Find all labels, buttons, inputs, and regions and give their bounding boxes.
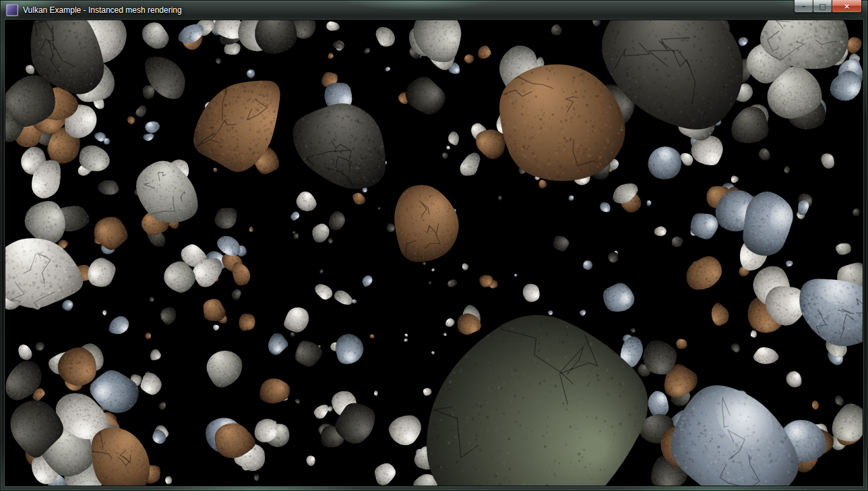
maximize-button[interactable]: □ <box>813 0 832 13</box>
window-title: Vulkan Example - Instanced mesh renderin… <box>23 5 182 15</box>
app-window: Vulkan Example - Instanced mesh renderin… <box>0 0 868 491</box>
app-icon <box>6 4 18 16</box>
viewport-container <box>5 20 863 486</box>
close-button[interactable]: × <box>832 0 862 13</box>
title-bar[interactable]: Vulkan Example - Instanced mesh renderin… <box>0 0 868 20</box>
window-controls: – □ × <box>795 0 862 13</box>
render-viewport[interactable] <box>5 20 863 486</box>
minimize-button[interactable]: – <box>794 0 813 13</box>
